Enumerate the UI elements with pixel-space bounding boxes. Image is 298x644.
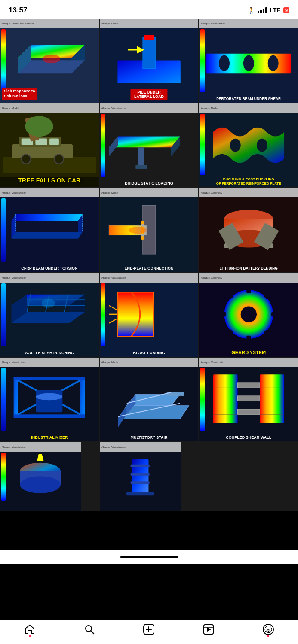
svg-marker-23 bbox=[109, 136, 180, 147]
svg-point-28 bbox=[230, 138, 241, 152]
nav-add[interactable] bbox=[143, 623, 155, 635]
svg-rect-89 bbox=[213, 375, 238, 424]
cell-slab-response[interactable]: AbaqusModelVisualization bbox=[0, 19, 99, 103]
label-3: PERFORATED BEAM UNDER SHEAR bbox=[199, 97, 298, 101]
toolbar-16: AbaqusVisualization bbox=[0, 442, 81, 452]
home-indicator bbox=[0, 550, 298, 564]
home-bar bbox=[120, 556, 178, 558]
svg-point-41 bbox=[129, 227, 147, 234]
svg-rect-7 bbox=[144, 35, 154, 40]
cell-cfrp[interactable]: AbaqusVisualization bbox=[0, 188, 99, 272]
legend-1 bbox=[1, 29, 6, 91]
svg-rect-67 bbox=[246, 336, 251, 341]
cell-battery[interactable]: AbaqusAssembly bbox=[199, 188, 298, 272]
label-4: TREE FALLS ON CAR bbox=[0, 177, 99, 184]
nav-reels[interactable] bbox=[203, 623, 215, 635]
cell-17[interactable]: AbaqusVisualization bbox=[100, 442, 181, 511]
svg-rect-77 bbox=[14, 415, 85, 418]
svg-rect-76 bbox=[14, 377, 85, 380]
svg-rect-20 bbox=[49, 139, 59, 145]
cell-mixer[interactable]: AbaqusVisualization bbox=[0, 358, 99, 441]
label-2: PILE UNDERLATERAL LOAD bbox=[131, 89, 167, 100]
svg-rect-13 bbox=[3, 157, 96, 173]
cell-gear[interactable]: AbaqusAssembly bbox=[199, 273, 298, 357]
label-11: BLAST LOADING bbox=[100, 351, 199, 355]
legend-15 bbox=[200, 368, 205, 431]
cell-perforated-beam[interactable]: AbaqusVisualization bbox=[199, 19, 298, 103]
bottom-nav bbox=[0, 620, 298, 644]
legend-5 bbox=[101, 114, 105, 177]
content-grid: AbaqusModelVisualization bbox=[0, 19, 298, 511]
label-14: MULTISTORY STAIR bbox=[100, 435, 199, 440]
nav-home[interactable] bbox=[24, 623, 36, 635]
walk-icon: 🚶 bbox=[248, 7, 255, 14]
svg-rect-92 bbox=[237, 396, 260, 401]
svg-rect-108 bbox=[126, 492, 154, 495]
svg-point-22 bbox=[25, 116, 53, 137]
toolbar-12: AbaqusAssembly bbox=[199, 273, 298, 283]
svg-point-16 bbox=[21, 155, 31, 164]
toolbar-2: AbaqusModel bbox=[100, 19, 199, 28]
svg-point-81 bbox=[36, 393, 63, 401]
label-15: COUPLED SHEAR WALL bbox=[199, 435, 298, 440]
cell-stair[interactable]: AbaqusModel bbox=[100, 358, 199, 441]
cell-16[interactable]: AbaqusVisualization bbox=[0, 442, 81, 511]
svg-rect-107 bbox=[131, 481, 150, 484]
svg-rect-75 bbox=[80, 377, 85, 417]
cell-pile[interactable]: AbaqusModel bbox=[100, 19, 199, 103]
cell-bridge[interactable]: AbaqusVisualization bbox=[100, 103, 199, 187]
legend-6 bbox=[200, 114, 205, 175]
legend-10 bbox=[1, 283, 6, 346]
nav-search[interactable] bbox=[83, 623, 95, 635]
svg-point-12 bbox=[268, 55, 279, 71]
svg-rect-66 bbox=[246, 288, 251, 293]
svg-point-40 bbox=[141, 234, 144, 236]
cell-endplate[interactable]: AbaqusModel bbox=[100, 188, 199, 272]
toolbar-17: AbaqusVisualization bbox=[100, 442, 181, 452]
cell-buckling[interactable]: AbaqusModel bbox=[199, 103, 298, 187]
label-12: GEAR SYSTEM bbox=[199, 350, 298, 355]
cell-waffle[interactable]: AbaqusVisualization bbox=[0, 273, 99, 357]
svg-marker-33 bbox=[12, 232, 83, 239]
svg-rect-106 bbox=[131, 473, 150, 475]
svg-point-102 bbox=[20, 476, 61, 493]
svg-marker-103 bbox=[37, 454, 44, 461]
toolbar-10: AbaqusVisualization bbox=[0, 273, 99, 283]
profile-dot bbox=[267, 635, 269, 637]
svg-point-11 bbox=[243, 55, 254, 71]
toolbar-9: AbaqusAssembly bbox=[199, 188, 298, 197]
svg-rect-26 bbox=[138, 147, 145, 167]
nav-profile[interactable] bbox=[262, 623, 274, 635]
search-icon bbox=[83, 623, 95, 635]
legend-7 bbox=[1, 198, 6, 261]
svg-rect-93 bbox=[237, 409, 260, 414]
cell-tree-car[interactable]: AbaqusModel bbox=[0, 103, 99, 187]
svg-point-4 bbox=[43, 55, 60, 64]
toolbar-8: AbaqusModel bbox=[100, 188, 199, 197]
svg-rect-69 bbox=[271, 312, 276, 316]
home-icon bbox=[24, 623, 36, 635]
toolbar-11: AbaqusVisualization bbox=[100, 273, 199, 283]
toolbar-13: AbaqusVisualization bbox=[0, 358, 99, 367]
toolbar-14: AbaqusModel bbox=[100, 358, 199, 367]
status-time: 13:57 bbox=[9, 6, 27, 15]
add-icon bbox=[143, 623, 155, 635]
svg-rect-74 bbox=[14, 377, 18, 417]
label-7: CFRP BEAM UNDER TORSION bbox=[0, 266, 99, 270]
svg-point-29 bbox=[257, 138, 267, 152]
svg-marker-30 bbox=[12, 214, 83, 221]
svg-line-63 bbox=[109, 319, 117, 323]
label-1: Slab response toColumn loss bbox=[2, 88, 37, 100]
status-icons: 🚶 LTE 9 bbox=[248, 7, 289, 14]
legend-3 bbox=[200, 29, 205, 92]
svg-rect-91 bbox=[237, 383, 260, 388]
lte-label: LTE bbox=[270, 7, 280, 14]
svg-rect-6 bbox=[143, 37, 155, 69]
cell-shear-wall[interactable]: AbaqusVisualization bbox=[199, 358, 298, 441]
svg-point-65 bbox=[241, 307, 257, 322]
label-9: LITHIUM-ION BATTERY BENDING bbox=[199, 266, 298, 270]
toolbar-15: AbaqusVisualization bbox=[199, 358, 298, 367]
legend-11 bbox=[101, 283, 105, 346]
cell-blast[interactable]: AbaqusVisualization bbox=[100, 273, 199, 357]
label-8: END-PLATE CONNECTION bbox=[100, 266, 199, 270]
